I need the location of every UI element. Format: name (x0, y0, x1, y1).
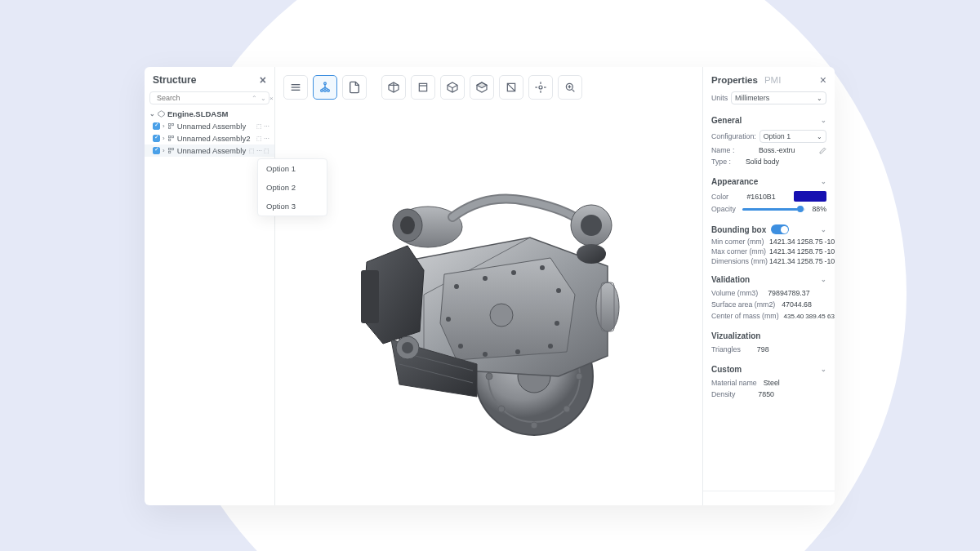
svg-point-65 (490, 304, 513, 327)
section-bbox-title: Bounding box (711, 225, 766, 234)
tab-pmi[interactable]: PMI (764, 75, 781, 85)
tree-item[interactable]: › Unnamed Assembly ⬚⋯ (145, 120, 274, 132)
isometric-view-button[interactable] (381, 75, 406, 100)
config-label: Configuration: (711, 132, 756, 140)
menu-button[interactable] (283, 75, 308, 100)
engine-model[interactable] (314, 160, 665, 438)
chevron-down-icon[interactable]: ⌄ (821, 226, 826, 233)
front-view-button[interactable] (411, 75, 435, 100)
svg-point-17 (327, 90, 330, 92)
section-validation-title: Validation (711, 275, 750, 284)
structure-title: Structure (153, 74, 196, 86)
chevron-down-icon[interactable]: ⌄ (821, 178, 826, 185)
search-input[interactable] (157, 94, 248, 102)
max-x: 1421.34 (769, 247, 795, 256)
config-select[interactable]: Option 1⌄ (760, 130, 826, 143)
checkbox-checked-icon[interactable] (153, 122, 160, 130)
tree-item-label: Unnamed Assembly (177, 122, 246, 131)
area-value: 47044.68 (782, 300, 812, 309)
svg-point-62 (483, 352, 488, 357)
chevron-down-icon: ⌄ (817, 133, 822, 140)
svg-point-58 (556, 288, 561, 293)
tree-item[interactable]: › Unnamed Assembly ⬚⋯⬚ (145, 144, 274, 157)
zoom-fit-icon (564, 81, 577, 94)
svg-point-71 (581, 215, 602, 236)
section-general-title: General (711, 116, 742, 125)
tree-item[interactable]: › Unnamed Assembly2 ⬚⋯ (145, 132, 274, 144)
search-input-wrapper[interactable]: ⌃ ⌄ × (149, 91, 270, 104)
svg-point-34 (539, 86, 542, 89)
document-button[interactable] (342, 75, 367, 100)
hamburger-icon (289, 81, 302, 94)
chevron-right-icon: › (163, 147, 165, 154)
chevron-down-icon[interactable]: ⌄ (821, 117, 826, 124)
focus-button[interactable] (528, 75, 553, 100)
tree-root-label: Engine.SLDASM (167, 109, 228, 118)
max-z: -1000.3 (825, 247, 835, 256)
context-menu-item[interactable]: Option 2 (258, 178, 327, 197)
material-value: Steel (764, 379, 780, 387)
row-action-icon[interactable]: ⋯ (256, 148, 262, 154)
context-menu-item[interactable]: Option 3 (258, 197, 327, 216)
row-action-icon[interactable]: ⬚ (249, 148, 255, 154)
tree-view-button[interactable] (313, 75, 337, 100)
section-button[interactable] (499, 75, 523, 100)
context-menu-item[interactable]: Option 1 (258, 159, 327, 178)
structure-panel: Structure × ⌃ ⌄ × ⌄ Engine.SLDASM › Unna… (145, 67, 275, 505)
name-value: Boss.-extru (759, 146, 795, 154)
tree-root[interactable]: ⌄ Engine.SLDASM (145, 108, 274, 120)
svg-point-51 (498, 406, 505, 412)
row-action-icon[interactable]: ⬚ (256, 123, 262, 130)
chevron-down-icon[interactable]: ⌄ (821, 276, 826, 283)
chevron-down-icon[interactable]: ⌄ (821, 366, 826, 373)
min-corner-label: Min corner (mm) (711, 238, 768, 246)
checkbox-checked-icon[interactable] (153, 135, 160, 142)
density-value: 7850 (758, 390, 774, 398)
opacity-label: Opacity (711, 205, 736, 213)
svg-point-16 (321, 90, 323, 92)
checkbox-checked-icon[interactable] (153, 147, 160, 154)
sort-up-icon[interactable]: ⌃ (252, 95, 257, 102)
material-label: Material name (711, 379, 757, 387)
dim-y: 1258.75 (797, 257, 823, 265)
clear-search-icon[interactable]: × (270, 95, 274, 102)
units-select[interactable]: Millimeters ⌄ (731, 91, 826, 104)
sort-down-icon[interactable]: ⌄ (261, 95, 266, 102)
tab-properties[interactable]: Properties (711, 75, 758, 85)
chevron-down-icon: ⌄ (817, 95, 822, 102)
dim-z: -1000.3 (825, 257, 835, 265)
config-value: Option 1 (764, 132, 791, 140)
name-label: Name : (711, 146, 734, 154)
section-icon (505, 81, 518, 94)
cube-front-icon (416, 81, 430, 94)
assembly-icon (167, 147, 175, 154)
row-action-icon[interactable]: ⋯ (264, 123, 270, 130)
chevron-right-icon: › (163, 122, 165, 130)
svg-point-64 (446, 317, 451, 322)
close-icon[interactable]: × (820, 73, 826, 87)
wireframe-button[interactable] (440, 75, 465, 100)
svg-point-52 (486, 373, 492, 380)
opacity-slider[interactable] (742, 208, 806, 211)
viewport[interactable] (275, 67, 702, 505)
svg-point-78 (402, 342, 413, 353)
shaded-button[interactable] (470, 75, 494, 100)
close-icon[interactable]: × (260, 73, 266, 87)
svg-marker-31 (477, 82, 487, 88)
row-action-icon[interactable]: ⬚ (256, 136, 262, 142)
svg-point-57 (540, 265, 545, 270)
color-swatch[interactable] (794, 191, 826, 202)
crosshair-icon (534, 81, 547, 94)
row-action-icon[interactable]: ⬚ (264, 148, 270, 154)
zoom-fit-button[interactable] (558, 75, 582, 100)
svg-rect-5 (168, 127, 170, 128)
section-appearance-title: Appearance (711, 177, 758, 186)
svg-rect-8 (168, 139, 170, 140)
edit-icon[interactable] (819, 147, 826, 154)
svg-rect-3 (168, 124, 170, 126)
bbox-toggle[interactable] (771, 224, 789, 234)
row-action-icon[interactable]: ⋯ (264, 136, 270, 142)
chevron-right-icon: › (163, 135, 165, 142)
svg-point-61 (515, 349, 520, 354)
dimensions-label: Dimensions (mm) (711, 257, 768, 265)
